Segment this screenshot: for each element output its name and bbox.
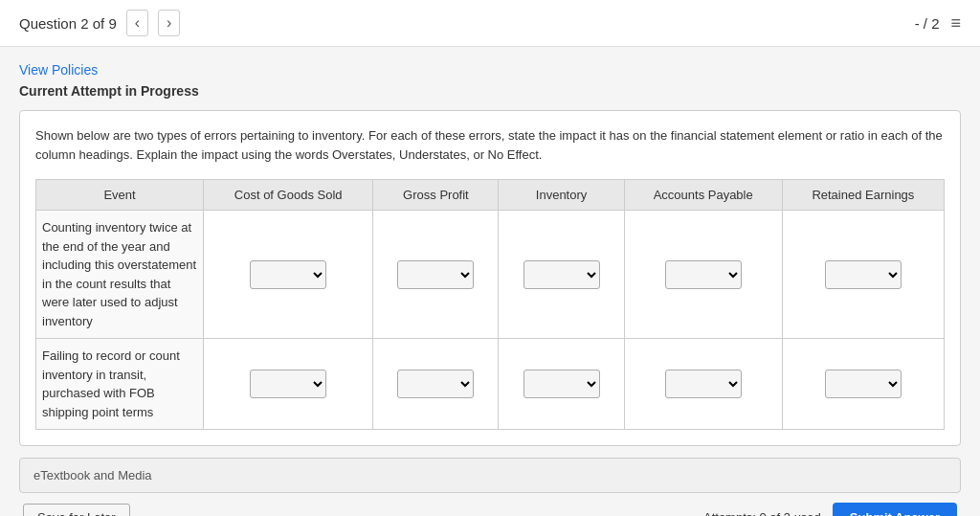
question-title: Question 2 of 9	[19, 15, 117, 32]
question-description: Shown below are two types of errors pert…	[35, 126, 945, 164]
select-cell-gross-profit-row0: OverstatesUnderstatesNo Effect	[373, 211, 499, 339]
select-inventory-row1[interactable]: OverstatesUnderstatesNo Effect	[523, 370, 600, 398]
attempts-text: Attempts: 0 of 3 used	[703, 510, 821, 516]
score-display: - / 2	[915, 15, 940, 32]
table-row: Failing to record or count inventory in …	[36, 339, 945, 430]
save-later-button[interactable]: Save for Later	[23, 504, 130, 516]
col-header-retained-earnings: Retained Earnings	[782, 180, 944, 211]
select-accounts-payable-row0[interactable]: OverstatesUnderstatesNo Effect	[665, 260, 742, 289]
select-gross-profit-row1[interactable]: OverstatesUnderstatesNo Effect	[397, 370, 474, 398]
select-cell-gross-profit-row1: OverstatesUnderstatesNo Effect	[373, 339, 499, 430]
select-cell-retained-earnings-row1: OverstatesUnderstatesNo Effect	[782, 339, 944, 430]
page-header: Question 2 of 9 ‹ › - / 2 ≡	[0, 0, 980, 47]
select-retained-earnings-row1[interactable]: OverstatesUnderstatesNo Effect	[825, 370, 902, 398]
bottom-bar: Save for Later Attempts: 0 of 3 used Sub…	[19, 503, 961, 516]
etextbook-label: eTextbook and Media	[33, 468, 152, 482]
col-header-event: Event	[36, 180, 204, 211]
view-policies-link[interactable]: View Policies	[19, 62, 961, 78]
select-cell-accounts-payable-row0: OverstatesUnderstatesNo Effect	[624, 211, 782, 339]
select-accounts-payable-row1[interactable]: OverstatesUnderstatesNo Effect	[665, 370, 742, 398]
col-header-cogs: Cost of Goods Sold	[204, 180, 373, 211]
col-header-accounts-payable: Accounts Payable	[624, 180, 782, 211]
select-cell-inventory-row0: OverstatesUnderstatesNo Effect	[499, 211, 624, 339]
select-cell-inventory-row1: OverstatesUnderstatesNo Effect	[499, 339, 624, 430]
main-content: View Policies Current Attempt in Progres…	[0, 47, 980, 516]
event-cell-0: Counting inventory twice at the end of t…	[36, 211, 204, 339]
select-cell-cogs-row0: OverstatesUnderstatesNo Effect	[204, 211, 373, 339]
select-cell-retained-earnings-row0: OverstatesUnderstatesNo Effect	[782, 211, 944, 339]
select-cogs-row1[interactable]: OverstatesUnderstatesNo Effect	[250, 370, 326, 398]
select-cell-cogs-row1: OverstatesUnderstatesNo Effect	[204, 339, 373, 430]
select-cell-accounts-payable-row1: OverstatesUnderstatesNo Effect	[624, 339, 782, 430]
header-right: - / 2 ≡	[915, 13, 961, 34]
question-card: Shown below are two types of errors pert…	[19, 110, 961, 446]
answer-table: Event Cost of Goods Sold Gross Profit In…	[35, 179, 945, 430]
menu-icon[interactable]: ≡	[950, 13, 961, 34]
bottom-right: Attempts: 0 of 3 used Submit Answer	[703, 503, 957, 516]
header-left: Question 2 of 9 ‹ ›	[19, 10, 180, 36]
attempt-status: Current Attempt in Progress	[19, 83, 961, 99]
etextbook-bar: eTextbook and Media	[19, 458, 961, 493]
select-retained-earnings-row0[interactable]: OverstatesUnderstatesNo Effect	[825, 260, 902, 289]
col-header-gross-profit: Gross Profit	[373, 180, 499, 211]
select-inventory-row0[interactable]: OverstatesUnderstatesNo Effect	[523, 260, 600, 289]
select-gross-profit-row0[interactable]: OverstatesUnderstatesNo Effect	[397, 260, 474, 289]
submit-button[interactable]: Submit Answer	[833, 503, 957, 516]
table-row: Counting inventory twice at the end of t…	[36, 211, 945, 339]
select-cogs-row0[interactable]: OverstatesUnderstatesNo Effect	[250, 260, 326, 289]
next-button[interactable]: ›	[158, 10, 180, 36]
event-cell-1: Failing to record or count inventory in …	[36, 339, 204, 430]
col-header-inventory: Inventory	[499, 180, 624, 211]
prev-button[interactable]: ‹	[126, 10, 148, 36]
